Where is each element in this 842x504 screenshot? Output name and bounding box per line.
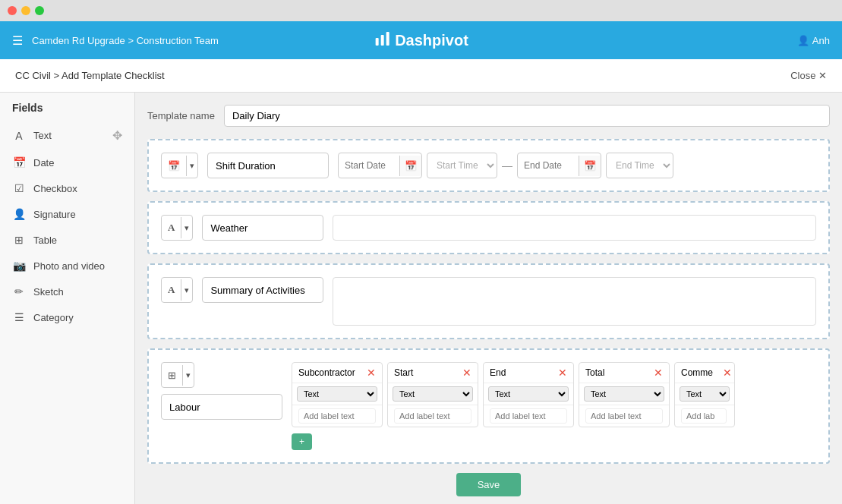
col-label-input-subcontractor[interactable]	[298, 408, 376, 424]
template-name-row: Template name	[147, 105, 830, 127]
col-delete-subcontractor[interactable]: ✕	[367, 367, 376, 378]
hamburger-icon[interactable]: ☰	[12, 33, 23, 48]
col-label-input-end[interactable]	[490, 408, 567, 424]
col-name-input-total[interactable]	[585, 367, 646, 378]
col-delete-end[interactable]: ✕	[558, 367, 567, 378]
sidebar-item-date[interactable]: 📅 Date	[0, 150, 134, 175]
summary-type-selector[interactable]: A ▾	[161, 277, 193, 303]
sidebar-item-table[interactable]: ⊞ Table	[0, 227, 134, 253]
end-date-calendar-icon: 📅	[579, 156, 601, 176]
summary-textarea[interactable]	[333, 277, 816, 326]
col-type-row-comment: Text	[675, 383, 734, 405]
start-time-select[interactable]: Start Time	[427, 153, 497, 178]
sidebar-item-label: Photo and video	[33, 260, 105, 272]
col-header-end: ✕	[484, 363, 573, 383]
breadcrumb: CC Civil > Add Template Checklist	[15, 70, 165, 81]
start-date-group: 📅	[338, 153, 422, 178]
col-delete-comment[interactable]: ✕	[723, 367, 732, 378]
end-time-select[interactable]: End Time	[606, 153, 673, 178]
column-start: ✕ Text	[387, 362, 478, 427]
breadcrumb-cc-civil: CC Civil	[15, 70, 51, 81]
text-icon: A	[12, 130, 26, 142]
breadcrumb-add-template: Add Template Checklist	[61, 70, 165, 81]
col-name-input-subcontractor[interactable]	[298, 367, 359, 378]
user-icon: 👤	[797, 35, 809, 46]
col-name-input-comment[interactable]	[681, 367, 723, 378]
weather-row: A ▾	[161, 215, 816, 241]
labour-type-selector[interactable]: ⊞ ▾	[161, 362, 194, 388]
sidebar-item-text[interactable]: A Text ✥	[0, 121, 134, 150]
shift-duration-section: 📅 ▾ 📅 Start Time — 📅	[147, 139, 830, 192]
svg-rect-0	[375, 38, 378, 46]
template-name-label: Template name	[147, 110, 215, 121]
text-field-icon2: A	[162, 279, 181, 301]
signature-icon: 👤	[12, 208, 26, 220]
topnav-right: 👤 Anh	[797, 35, 830, 46]
col-label-comment	[675, 405, 734, 427]
sidebar-item-signature[interactable]: 👤 Signature	[0, 201, 134, 227]
sidebar-item-photo-video[interactable]: 📷 Photo and video	[0, 253, 134, 279]
dash-separator: —	[502, 159, 512, 172]
sketch-icon: ✏	[12, 285, 26, 298]
close-button[interactable]: Close ✕	[790, 70, 827, 81]
col-label-input-start[interactable]	[394, 408, 471, 424]
weather-type-selector[interactable]: A ▾	[161, 215, 193, 241]
minimize-button[interactable]	[21, 6, 30, 15]
close-button[interactable]	[8, 6, 17, 15]
col-label-input-comment[interactable]	[681, 408, 727, 424]
text-field-icon: A	[162, 217, 181, 238]
main-layout: Fields A Text ✥ 📅 Date ☑ Checkbox 👤 Sign…	[0, 93, 842, 504]
sidebar-item-checkbox[interactable]: ☑ Checkbox	[0, 175, 134, 201]
topnav-breadcrumb: Camden Rd Upgrade > Construction Team	[32, 35, 219, 46]
topnav-center: Dashpivot	[374, 30, 468, 51]
col-label-input-total[interactable]	[585, 408, 663, 424]
end-date-group: 📅	[517, 153, 601, 178]
summary-activities-section: A ▾	[147, 263, 830, 339]
field-type-chevron[interactable]: ▾	[181, 219, 192, 238]
save-button[interactable]: Save	[456, 473, 522, 496]
labour-field-name[interactable]	[161, 394, 282, 420]
col-header-start: ✕	[388, 363, 478, 383]
template-name-input[interactable]	[224, 105, 830, 127]
field-type-chevron2[interactable]: ▾	[181, 281, 192, 300]
col-label-total	[579, 405, 669, 427]
col-name-input-start[interactable]	[394, 367, 455, 378]
col-name-input-end[interactable]	[490, 367, 550, 378]
column-total: ✕ Text	[579, 362, 670, 427]
sidebar-item-category[interactable]: ☰ Category	[0, 304, 134, 330]
column-end: ✕ Text	[483, 362, 574, 427]
user-name: Anh	[812, 35, 830, 46]
start-date-input[interactable]	[339, 156, 399, 175]
weather-field-name[interactable]	[202, 215, 323, 241]
column-subcontractor: ✕ Text	[292, 362, 383, 427]
category-icon: ☰	[12, 311, 26, 323]
add-column-button[interactable]: +	[292, 433, 312, 450]
date-icon: 📅	[12, 156, 26, 169]
col-type-row-end: Text	[484, 383, 573, 405]
col-type-row-start: Text	[388, 383, 478, 405]
col-type-select-total[interactable]: Text	[584, 386, 664, 402]
sidebar-title: Fields	[0, 102, 134, 121]
col-type-select-comment[interactable]: Text	[680, 386, 730, 402]
col-header-subcontractor: ✕	[292, 363, 382, 383]
sidebar-item-label: Date	[33, 157, 54, 169]
col-type-row-subcontractor: Text	[292, 383, 382, 405]
summary-field-name[interactable]	[202, 277, 323, 303]
col-type-row-total: Text	[579, 383, 669, 405]
col-delete-total[interactable]: ✕	[654, 367, 663, 378]
col-type-select-end[interactable]: Text	[488, 386, 569, 402]
shift-duration-type-selector[interactable]: 📅 ▾	[161, 153, 198, 178]
col-type-select-subcontractor[interactable]: Text	[297, 386, 377, 402]
sidebar-item-sketch[interactable]: ✏ Sketch	[0, 279, 134, 304]
field-type-chevron[interactable]: ▾	[187, 156, 197, 175]
sidebar: Fields A Text ✥ 📅 Date ☑ Checkbox 👤 Sign…	[0, 93, 135, 504]
shift-duration-field-name[interactable]	[207, 153, 329, 178]
col-type-select-start[interactable]: Text	[393, 386, 473, 402]
maximize-button[interactable]	[35, 6, 44, 15]
col-label-start	[388, 405, 478, 427]
sidebar-item-label: Text	[33, 130, 52, 141]
field-type-chevron3[interactable]: ▾	[183, 366, 194, 385]
breadcrumb-separator: >	[54, 70, 62, 81]
col-delete-start[interactable]: ✕	[462, 367, 471, 378]
end-date-input[interactable]	[518, 156, 579, 175]
